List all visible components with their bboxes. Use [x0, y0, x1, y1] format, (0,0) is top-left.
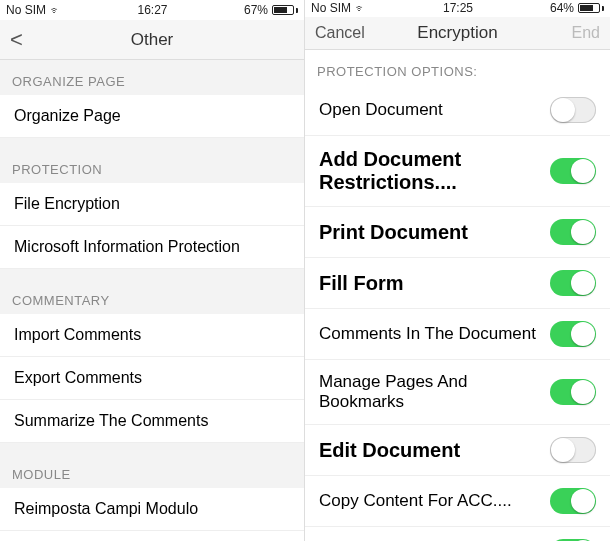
section-header-module: MODULE — [0, 453, 304, 488]
option-label: Print Document — [319, 221, 550, 244]
status-bar-right: No SIM ᯤ 17:25 64% — [305, 0, 610, 17]
back-button[interactable]: < — [10, 27, 23, 52]
toggle[interactable] — [550, 270, 596, 296]
option-row: Fill Form — [305, 258, 610, 309]
row-label: File Encryption — [14, 195, 290, 213]
row-label: Reimposta Campi Modulo — [14, 500, 290, 518]
toggle[interactable] — [550, 158, 596, 184]
section-header-organize: ORGANIZE PAGE — [0, 60, 304, 95]
row-summarize-comments[interactable]: Summarize The Comments — [0, 400, 304, 443]
nav-bar-left: < Other — [0, 20, 304, 60]
toggle[interactable] — [550, 97, 596, 123]
nav-bar-right: Cancel Encryption End — [305, 17, 610, 51]
battery-pct: 64% — [550, 1, 574, 15]
option-row: Add Document Restrictions.... — [305, 136, 610, 207]
battery-pct: 67% — [244, 3, 268, 17]
toggle[interactable] — [550, 321, 596, 347]
toggle[interactable] — [550, 379, 596, 405]
toggle[interactable] — [550, 219, 596, 245]
nav-title: Encryption — [417, 23, 497, 43]
option-row: Manage Pages And Bookmarks — [305, 360, 610, 425]
option-label: Add Document Restrictions.... — [319, 148, 550, 194]
option-row: Comments In The Document — [305, 309, 610, 360]
row-organize-page[interactable]: Organize Page — [0, 95, 304, 138]
battery-icon — [272, 5, 298, 15]
carrier-text: No SIM — [311, 1, 351, 15]
section-header-protection-options: PROTECTION OPTIONS: — [305, 50, 610, 85]
nav-title: Other — [131, 30, 174, 50]
cancel-button[interactable]: Cancel — [315, 24, 385, 42]
option-label: Manage Pages And Bookmarks — [319, 372, 550, 412]
option-label: Edit Document — [319, 439, 550, 462]
row-label: Summarize The Comments — [14, 412, 290, 430]
status-bar-left: No SIM ᯤ 16:27 67% — [0, 0, 304, 20]
row-export-comments[interactable]: Export Comments — [0, 357, 304, 400]
option-label: Copy Content For ACC.... — [319, 491, 550, 511]
battery-icon — [578, 3, 604, 13]
end-button[interactable]: End — [530, 24, 600, 42]
section-header-protection: PROTECTION — [0, 148, 304, 183]
wifi-icon: ᯤ — [355, 2, 366, 14]
row-label: Organize Page — [14, 107, 290, 125]
toggle[interactable] — [550, 437, 596, 463]
section-header-commentary: COMMENTARY — [0, 279, 304, 314]
option-label: Comments In The Document — [319, 324, 550, 344]
screen-encryption: No SIM ᯤ 17:25 64% Cancel Encryption End… — [305, 0, 610, 541]
clock: 17:25 — [443, 1, 473, 15]
option-label: Open Document — [319, 100, 550, 120]
option-row: Edit Document — [305, 425, 610, 476]
toggle[interactable] — [550, 488, 596, 514]
row-reset-form-fields[interactable]: Reimposta Campi Modulo — [0, 488, 304, 531]
row-file-encryption[interactable]: File Encryption — [0, 183, 304, 226]
row-import-comments[interactable]: Import Comments — [0, 314, 304, 357]
row-label: Microsoft Information Protection — [14, 238, 290, 256]
screen-other: No SIM ᯤ 16:27 67% < Other ORGANIZE PAGE… — [0, 0, 305, 541]
row-label: Export Comments — [14, 369, 290, 387]
option-row: Extract Content — [305, 527, 610, 541]
option-label: Fill Form — [319, 272, 550, 295]
row-ms-info-protection[interactable]: Microsoft Information Protection — [0, 226, 304, 269]
wifi-icon: ᯤ — [50, 4, 61, 16]
carrier-text: No SIM — [6, 3, 46, 17]
row-label: Import Comments — [14, 326, 290, 344]
option-row: Copy Content For ACC.... — [305, 476, 610, 527]
option-row: Print Document — [305, 207, 610, 258]
option-row: Open Document — [305, 85, 610, 136]
clock: 16:27 — [137, 3, 167, 17]
